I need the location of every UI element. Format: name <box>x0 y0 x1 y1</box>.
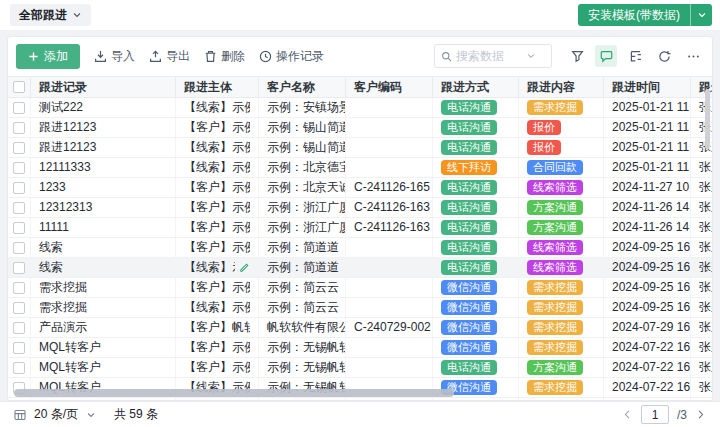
install-template-label: 安装模板(带数据) <box>578 4 690 26</box>
table-row[interactable]: 需求挖掘 【线索】示例：简云... 示例：简云云 微信沟通 需求挖掘 2024-… <box>8 298 712 318</box>
content-tag: 合同回款 <box>527 160 583 175</box>
column-header-4[interactable]: 跟进方式 <box>433 77 519 97</box>
refresh-icon[interactable] <box>653 45 675 67</box>
vertical-scrollbar[interactable] <box>705 89 710 149</box>
table-row[interactable]: 线索 【客户】示例：简道... 示例：简道道 电话沟通 线索筛选 2024-09… <box>8 238 712 258</box>
cell-owner: 张三 <box>691 238 713 257</box>
search-chevron-down-icon[interactable] <box>526 51 536 61</box>
row-checkbox[interactable] <box>13 102 25 114</box>
column-header-0[interactable]: 跟进记录 <box>31 77 176 97</box>
row-checkbox-cell <box>8 158 31 177</box>
table-row[interactable]: 跟进12123 【客户】示例：锡山... 示例：锡山简道云 电话沟通 报价 20… <box>8 118 712 138</box>
table-body: 测试222 【线索】示例：安镇... 示例：安镇场景产品... 电话沟通 需求挖… <box>8 98 712 401</box>
cell-time: 2024-09-25 16:36 <box>604 258 691 277</box>
horizontal-scrollbar[interactable] <box>14 389 454 397</box>
row-checkbox[interactable] <box>13 262 25 274</box>
table-row[interactable]: MQL转客户 【客户】示例：无锡... 示例：无锡帆软软件 微信沟通 需求挖掘 … <box>8 338 712 358</box>
table-row[interactable]: MQL转客户 【客户】示例：无锡... 示例：无锡帆软软件 电话沟通 方案沟通 … <box>8 358 712 378</box>
table-row[interactable]: 12312313 【客户】示例：浙江... 示例：浙江广厦集团 C-241126… <box>8 198 712 218</box>
cell-record: 跟进12123 <box>31 138 176 157</box>
add-button[interactable]: 添加 <box>16 44 80 69</box>
edit-pencil-icon[interactable] <box>239 262 250 273</box>
cell-code <box>346 158 433 177</box>
column-header-1[interactable]: 跟进主体 <box>176 77 259 97</box>
install-template-button[interactable]: 安装模板(带数据) <box>578 4 712 26</box>
delete-button[interactable]: 删除 <box>204 48 245 65</box>
field-structure-icon[interactable] <box>624 45 646 67</box>
row-checkbox-cell <box>8 178 31 197</box>
cell-content: 方案沟通 <box>519 358 604 377</box>
cell-subject-text: 【线索】示例：简云... <box>184 298 250 317</box>
row-checkbox[interactable] <box>13 242 25 254</box>
delete-label: 删除 <box>221 48 245 65</box>
row-checkbox-cell <box>8 298 31 317</box>
plus-icon <box>28 51 39 62</box>
cell-code <box>346 338 433 357</box>
cell-method: 电话沟通 <box>433 138 519 157</box>
more-icon[interactable] <box>682 45 704 67</box>
content-tag: 方案沟通 <box>527 360 583 375</box>
row-checkbox[interactable] <box>13 322 25 334</box>
row-checkbox[interactable] <box>13 142 25 154</box>
cell-subject-text: 【客户】示例：无锡... <box>184 358 250 377</box>
cell-subject-text: 【客户】示例：简道... <box>184 238 250 257</box>
next-page-icon[interactable] <box>695 409 706 420</box>
table-row[interactable]: 产品演示 【客户】帆软软件有... 帆软软件有限公司 C-240729-002 … <box>8 318 712 338</box>
row-checkbox[interactable] <box>13 362 25 374</box>
column-header-2[interactable]: 客户名称 <box>259 77 346 97</box>
cell-customer: 示例：北京德宝汽修 <box>259 158 346 177</box>
table-row[interactable]: 1233 【客户】示例：北京... 示例：北京天诚软件... C-241126-… <box>8 178 712 198</box>
method-tag: 电话沟通 <box>441 220 497 235</box>
toolbar-icons <box>566 45 704 67</box>
table-row[interactable]: 11111 【客户】示例：浙江... 示例：浙江广厦集团 C-241126-16… <box>8 218 712 238</box>
page-size-selector[interactable]: 20 条/页 <box>34 406 78 423</box>
cell-content: 需求挖掘 <box>519 98 604 117</box>
page-size-chevron-icon[interactable] <box>86 410 96 420</box>
method-tag: 电话沟通 <box>441 360 497 375</box>
card-view-icon[interactable] <box>595 45 617 67</box>
chevron-down-icon <box>72 10 82 20</box>
cell-subject: 【线索】示例：简云... <box>176 298 259 317</box>
row-checkbox-cell <box>8 218 31 237</box>
cell-record: MQL转客户 <box>31 338 176 357</box>
pagination-grid-icon[interactable] <box>14 409 26 421</box>
row-checkbox[interactable] <box>13 342 25 354</box>
row-checkbox[interactable] <box>13 282 25 294</box>
table-row[interactable]: 线索 【线索】示例：... 示例：简道道 电话沟通 线索筛选 2024-09-2… <box>8 258 712 278</box>
table-row[interactable]: 需求挖掘 【客户】示例：简云... 示例：简云云 微信沟通 需求挖掘 2024-… <box>8 278 712 298</box>
cell-subject: 【客户】示例：无锡... <box>176 358 259 377</box>
row-checkbox[interactable] <box>13 122 25 134</box>
view-selector[interactable]: 全部跟进 <box>10 4 91 26</box>
cell-content: 方案沟通 <box>519 218 604 237</box>
cell-method: 微信沟通 <box>433 338 519 357</box>
page-number-input[interactable] <box>641 405 669 424</box>
column-header-3[interactable]: 客户编码 <box>346 77 433 97</box>
row-checkbox-cell <box>8 198 31 217</box>
install-template-dropdown[interactable] <box>690 4 712 26</box>
row-checkbox[interactable] <box>13 202 25 214</box>
cell-customer: 帆软软件有限公司 <box>259 318 346 337</box>
column-header-5[interactable]: 跟进内容 <box>519 77 604 97</box>
table-row[interactable]: 测试222 【线索】示例：安镇... 示例：安镇场景产品... 电话沟通 需求挖… <box>8 98 712 118</box>
column-header-6[interactable]: 跟进时间 <box>604 77 691 97</box>
clock-icon <box>259 50 272 63</box>
cell-time: 2024-11-26 14:13 <box>604 198 691 217</box>
operation-log-button[interactable]: 操作记录 <box>259 48 324 65</box>
prev-page-icon[interactable] <box>622 409 633 420</box>
filter-icon[interactable] <box>566 45 588 67</box>
row-checkbox[interactable] <box>13 222 25 234</box>
cell-subject: 【线索】示例：安镇... <box>176 98 259 117</box>
row-checkbox[interactable] <box>13 182 25 194</box>
import-button[interactable]: 导入 <box>94 48 135 65</box>
select-all-checkbox[interactable] <box>13 81 25 93</box>
search-input[interactable] <box>456 49 522 63</box>
search-select[interactable] <box>434 44 552 68</box>
export-button[interactable]: 导出 <box>149 48 190 65</box>
top-bar: 全部跟进 安装模板(带数据) <box>0 0 720 30</box>
cell-time: 2024-07-22 16:32 <box>604 338 691 357</box>
table-row[interactable]: 12111333 【线索】示例：北京... 示例：北京德宝汽修 线下拜访 合同回… <box>8 158 712 178</box>
row-checkbox[interactable] <box>13 302 25 314</box>
cell-content: 线索筛选 <box>519 238 604 257</box>
row-checkbox[interactable] <box>13 162 25 174</box>
table-row[interactable]: 跟进12123 【线索】示例：锡山... 示例：锡山简道云 电话沟通 报价 20… <box>8 138 712 158</box>
